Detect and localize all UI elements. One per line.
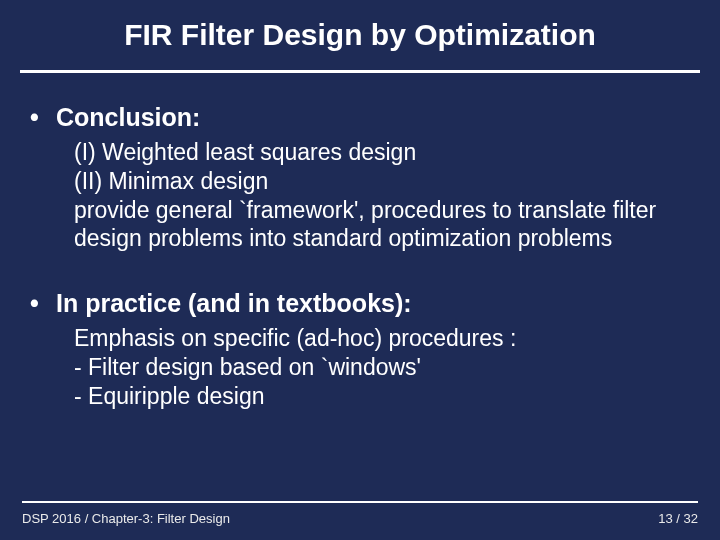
body-line: (II) Minimax design — [74, 167, 690, 196]
body-line: - Filter design based on `windows' — [74, 353, 690, 382]
page-number: 13 / 32 — [658, 511, 698, 526]
section-spacer — [30, 253, 690, 275]
bullet-heading: Conclusion: — [56, 103, 200, 132]
bullet-dot-icon: • — [30, 289, 56, 318]
body-line: - Equiripple design — [74, 382, 690, 411]
body-line: Emphasis on specific (ad-hoc) procedures… — [74, 324, 690, 353]
footer-row: DSP 2016 / Chapter-3: Filter Design 13 /… — [22, 511, 698, 526]
bullet-conclusion: • Conclusion: — [30, 103, 690, 132]
bullet-heading: In practice (and in textbooks): — [56, 289, 412, 318]
slide: FIR Filter Design by Optimization • Conc… — [0, 0, 720, 540]
footer-divider — [22, 501, 698, 503]
body-line: (I) Weighted least squares design — [74, 138, 690, 167]
body-line: provide general `framework', procedures … — [74, 196, 690, 254]
bullet-dot-icon: • — [30, 103, 56, 132]
slide-title: FIR Filter Design by Optimization — [0, 0, 720, 70]
slide-footer: DSP 2016 / Chapter-3: Filter Design 13 /… — [0, 501, 720, 526]
slide-content: • Conclusion: (I) Weighted least squares… — [0, 73, 720, 410]
bullet-practice: • In practice (and in textbooks): — [30, 289, 690, 318]
footer-left: DSP 2016 / Chapter-3: Filter Design — [22, 511, 230, 526]
